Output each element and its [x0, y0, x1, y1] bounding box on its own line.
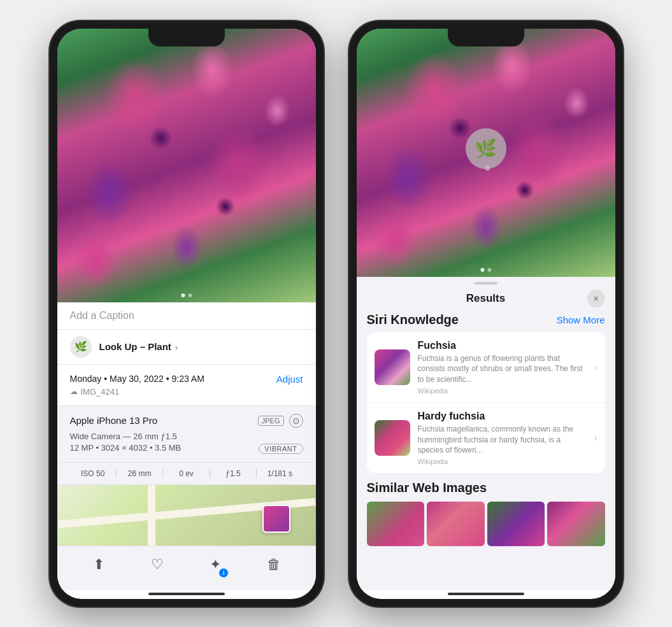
right-phone-screen: 🌿 Results × [357, 29, 615, 599]
fuchsia-info: Fuchsia Fuchsia is a genus of flowering … [418, 340, 587, 395]
lookup-row[interactable]: 🌿 Look Up – Plant › [57, 330, 316, 365]
close-icon: × [593, 293, 598, 304]
right-notch [448, 29, 524, 46]
map-road-vertical [148, 485, 155, 546]
camera-section: Apple iPhone 13 Pro JPEG ⊙ Wide Camera —… [57, 406, 316, 463]
right-dot-2 [487, 268, 491, 272]
left-phone-screen: Add a Caption 🌿 Look Up – Plant › Monday… [57, 29, 316, 599]
meta-filename: ☁ IMG_4241 [70, 387, 303, 397]
camera-spec1: Wide Camera — 26 mm ƒ1.5 [70, 432, 303, 441]
photo-section[interactable] [57, 29, 316, 302]
camera-model: Apple iPhone 13 Pro [70, 415, 158, 426]
meta-section: Monday • May 30, 2022 • 9:23 AM Adjust ☁… [57, 365, 316, 406]
map-background [57, 485, 316, 546]
siri-knowledge-section: Siri Knowledge Show More Fuchsia Fuchsia… [357, 313, 615, 481]
map-section[interactable] [57, 485, 316, 546]
similar-web-images-title: Similar Web Images [367, 481, 605, 495]
page-indicator [181, 293, 192, 297]
camera-badges: JPEG ⊙ [258, 414, 303, 428]
exif-row: ISO 50 26 mm 0 ev ƒ1.5 1/181 s [57, 463, 316, 485]
info-section: Add a Caption 🌿 Look Up – Plant › Monday… [57, 302, 316, 546]
dot-2 [188, 293, 192, 297]
lookup-text: Look Up – Plant › [99, 341, 178, 352]
results-panel: Results × Siri Knowledge Show More [357, 277, 615, 590]
close-button[interactable]: × [587, 290, 605, 307]
siri-knowledge-header: Siri Knowledge Show More [367, 313, 605, 327]
toolbar: ⬆ ♡ ✦ i 🗑 [57, 546, 316, 590]
fuchsia-arrow-icon: › [594, 362, 597, 373]
hardy-fuchsia-description: Fuchsia magellanica, commonly known as t… [418, 424, 587, 456]
siri-dot [485, 166, 490, 171]
hardy-fuchsia-thumbnail [375, 420, 410, 456]
lookup-subject: Plant [148, 341, 171, 352]
right-dot-1 [480, 268, 484, 272]
jpeg-badge: JPEG [258, 416, 284, 426]
lookup-icon: 🌿 [70, 336, 92, 358]
meta-date: Monday • May 30, 2022 • 9:23 AM [70, 374, 204, 384]
meta-date-row: Monday • May 30, 2022 • 9:23 AM Adjust [70, 374, 303, 384]
right-page-indicator [480, 268, 491, 272]
notch [148, 29, 225, 46]
exif-ev: 0 ev [163, 469, 210, 478]
camera-row2: 12 MP • 3024 × 4032 • 3.5 MB VIBRANT [70, 443, 303, 454]
filename: IMG_4241 [81, 387, 120, 397]
camera-header: Apple iPhone 13 Pro JPEG ⊙ [70, 414, 303, 428]
siri-bubble: 🌿 [466, 128, 506, 169]
flower-photo [57, 29, 316, 302]
dot-1 [181, 293, 185, 297]
right-photo-section: 🌿 [357, 29, 615, 277]
hardy-fuchsia-source: Wikipedia [418, 458, 587, 465]
knowledge-item-hardy-fuchsia[interactable]: Hardy fuchsia Fuchsia magellanica, commo… [367, 402, 605, 473]
hardy-fuchsia-arrow-icon: › [594, 432, 597, 444]
similar-image-3[interactable] [487, 502, 545, 546]
share-button[interactable]: ⬆ [87, 553, 110, 576]
caption-area[interactable]: Add a Caption [57, 302, 316, 330]
similar-images-grid [367, 502, 605, 546]
exif-aperture: ƒ1.5 [210, 469, 257, 478]
phones-container: Add a Caption 🌿 Look Up – Plant › Monday… [50, 21, 623, 607]
hardy-fuchsia-name: Hardy fuchsia [418, 411, 587, 422]
similar-image-1[interactable] [367, 502, 425, 546]
siri-knowledge-title: Siri Knowledge [367, 313, 459, 327]
left-phone: Add a Caption 🌿 Look Up – Plant › Monday… [50, 21, 324, 607]
siri-leaf-icon: 🌿 [475, 138, 497, 159]
knowledge-card: Fuchsia Fuchsia is a genus of flowering … [367, 332, 605, 474]
right-phone: 🌿 Results × [349, 21, 623, 607]
show-more-button[interactable]: Show More [557, 314, 605, 325]
camera-spec2: 12 MP • 3024 × 4032 • 3.5 MB [70, 443, 182, 453]
drag-handle[interactable] [475, 282, 497, 285]
flower-overlay [57, 29, 316, 302]
exif-shutter: 1/181 s [257, 469, 303, 478]
info-badge: i [219, 568, 228, 577]
fuchsia-thumbnail [375, 349, 410, 385]
fuchsia-name: Fuchsia [418, 340, 587, 351]
info-button[interactable]: ✦ i [204, 553, 227, 576]
right-home-indicator [448, 593, 524, 595]
similar-web-images-section: Similar Web Images [357, 481, 615, 546]
knowledge-item-fuchsia[interactable]: Fuchsia Fuchsia is a genus of flowering … [367, 332, 605, 402]
lookup-label: Look Up – [99, 341, 146, 352]
delete-button[interactable]: 🗑 [262, 553, 285, 576]
adjust-button[interactable]: Adjust [276, 374, 303, 384]
vibrant-badge: VIBRANT [259, 444, 303, 454]
map-thumbnail [262, 505, 290, 533]
fuchsia-description: Fuchsia is a genus of flowering plants t… [418, 353, 587, 385]
results-title: Results [466, 292, 505, 305]
cloud-icon: ☁ [70, 387, 78, 396]
favorite-button[interactable]: ♡ [146, 553, 169, 576]
home-indicator [148, 593, 225, 595]
similar-image-4[interactable] [547, 502, 605, 546]
fuchsia-source: Wikipedia [418, 387, 587, 395]
similar-image-2[interactable] [427, 502, 485, 546]
exif-iso: ISO 50 [70, 469, 117, 478]
gear-icon[interactable]: ⊙ [289, 414, 303, 428]
hardy-fuchsia-info: Hardy fuchsia Fuchsia magellanica, commo… [418, 411, 587, 465]
lookup-arrow: › [175, 342, 178, 352]
results-header: Results × [357, 290, 615, 313]
caption-placeholder[interactable]: Add a Caption [70, 310, 134, 321]
exif-focal: 26 mm [117, 469, 163, 478]
